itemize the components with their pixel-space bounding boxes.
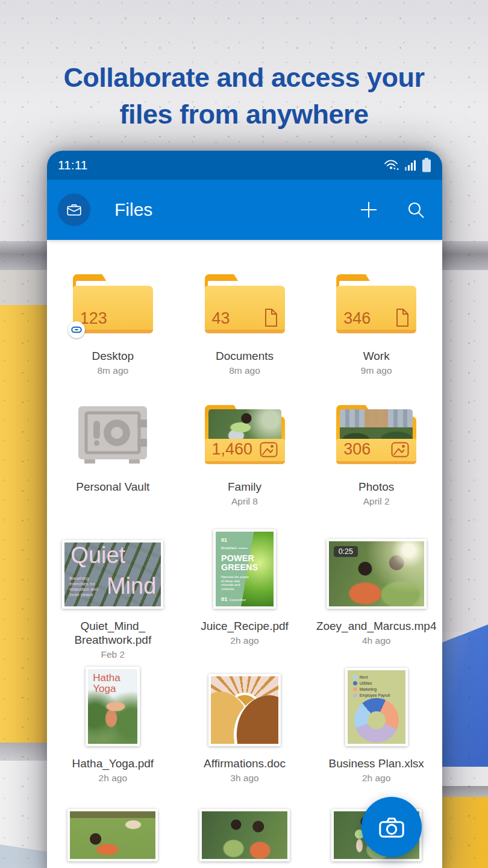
donut-chart [354,698,399,743]
pdf-thumbnail: Hatha Yoga [88,669,137,744]
add-button[interactable] [359,200,378,219]
file-date: April 2 [363,496,390,507]
file-name: Desktop [92,349,134,363]
file-name: Juice_Recipe.pdf [201,619,289,633]
grid-row-3: Quiet Mind Breathing exercises for relax… [47,535,442,660]
thumb-title-word: Mind [107,573,156,599]
file-date: 9m ago [361,365,392,376]
phone-mockup: 11:11 [47,151,442,868]
file-name: Photos [358,480,394,494]
grid-row-4: Hatha Yoga Hatha_Yoga.pdf 2h ago Affirma… [47,670,442,784]
file-name: Documents [216,349,274,363]
file-name: Zoey_and_Marcus.mp4 [316,619,437,633]
app-bar-actions [359,200,442,219]
file-tile-personal-vault[interactable]: Personal Vault [73,405,153,494]
photo-thumbnail [70,811,155,859]
image-glyph-icon [391,442,409,458]
video-thumbnail: 0:25 [329,541,424,606]
doc-thumbnail [211,676,278,744]
vault-safe-icon [73,405,153,464]
page-title: Files [114,200,152,220]
thumb-subtitle: Breathing exercises for relaxation and i… [69,576,102,597]
poster-subtitle: Harness the power of these vital mineral… [221,575,252,591]
file-tile-documents[interactable]: 43 Documents 8m ago [205,274,285,376]
file-date: 3h ago [230,773,258,784]
file-date: April 8 [231,496,258,507]
folder-item-count: 306 [343,440,371,459]
app-bar: Files [47,180,442,240]
document-glyph-icon [395,309,409,327]
briefcase-icon [66,202,83,218]
folder-icon: 346 [336,274,416,333]
account-switcher-button[interactable] [58,193,90,226]
camera-upload-fab[interactable] [361,797,422,857]
file-tile-family[interactable]: 1,460 Family April 8 [205,405,285,507]
file-name: Quiet_Mind_Breathwork.pdf [74,619,151,647]
file-name: Affirmations.doc [204,756,286,770]
marketing-headline: Collaborate and access your files from a… [0,59,488,133]
folder-icon: 43 [205,274,285,333]
spreadsheet-thumbnail: Rent Utilities Marketing Employee Payrol… [348,670,405,744]
plus-icon [359,200,378,219]
file-name: Hatha_Yoga.pdf [72,756,154,770]
image-glyph-icon [260,442,278,458]
file-tile-quiet-mind[interactable]: Quiet Mind Breathing exercises for relax… [62,535,163,660]
folder-item-count: 43 [212,309,230,328]
file-tile-zoey-video[interactable]: 0:25 Zoey_and_Marcus.mp4 4h ago [316,535,437,646]
shared-link-badge-icon [68,321,85,338]
document-glyph-icon [263,309,278,327]
poster-title: Hatha Yoga [93,673,123,694]
file-grid: 123 Desktop 8m ago [47,240,442,868]
folder-item-count: 346 [343,309,371,328]
poster-title: POWER GREENS [221,554,257,572]
status-time: 11:11 [58,158,87,172]
folder-item-count: 123 [80,309,107,328]
wifi-icon [384,159,400,171]
file-date: 2h ago [362,773,390,784]
pdf-thumbnail: Quiet Mind Breathing exercises for relax… [64,542,161,606]
thumb-title-word: Quiet [70,542,125,568]
signal-icon [405,160,417,171]
poster-list: 01Cucumber 02Kale 03Lemon [221,596,274,606]
grid-row-2: Personal Vault 1,460 Family April [47,405,442,507]
search-button[interactable] [406,200,425,219]
file-tile-desktop[interactable]: 123 Desktop 8m ago [73,274,153,376]
file-name: Family [228,480,261,494]
grid-row-1: 123 Desktop 8m ago [47,274,442,376]
poster-section: Breakfast [221,546,274,550]
battery-icon [422,158,431,172]
folder-icon: 123 [73,274,153,333]
file-tile-photos[interactable]: 306 Photos April 2 [336,405,416,507]
search-icon [407,201,425,219]
file-date: 2h ago [230,635,258,646]
status-icons [384,158,431,172]
photo-thumbnail [202,811,287,859]
chart-legend: Rent Utilities Marketing Employee Payrol… [353,675,390,699]
file-tile-work[interactable]: 346 Work 9m ago [336,274,416,376]
file-date: 8m ago [229,365,260,376]
poster-number: 01 [221,537,274,543]
photo-tile[interactable] [67,809,158,861]
file-tile-business-plan[interactable]: Rent Utilities Marketing Employee Payrol… [328,670,424,784]
file-name: Business Plan.xlsx [328,756,424,770]
file-date: 4h ago [362,635,390,646]
photo-tile[interactable] [199,809,290,861]
folder-item-count: 1,460 [212,440,253,459]
camera-icon [378,815,405,839]
file-tile-hatha-yoga[interactable]: Hatha Yoga Hatha_Yoga.pdf 2h ago [72,670,154,784]
file-name: Personal Vault [76,480,149,494]
file-tile-affirmations[interactable]: Affirmations.doc 3h ago [204,670,286,784]
status-bar: 11:11 [47,151,442,180]
photo-folder-icon: 1,460 [205,405,285,464]
file-name: Work [363,349,390,363]
pdf-thumbnail: 01 Breakfast POWER GREENS Harness the po… [216,532,274,606]
file-date: Feb 2 [101,649,125,660]
file-date: 8m ago [97,365,128,376]
file-date: 2h ago [99,773,127,784]
file-tile-juice-recipe[interactable]: 01 Breakfast POWER GREENS Harness the po… [201,535,289,646]
photo-folder-icon: 306 [336,405,416,464]
video-duration-badge: 0:25 [334,546,358,557]
